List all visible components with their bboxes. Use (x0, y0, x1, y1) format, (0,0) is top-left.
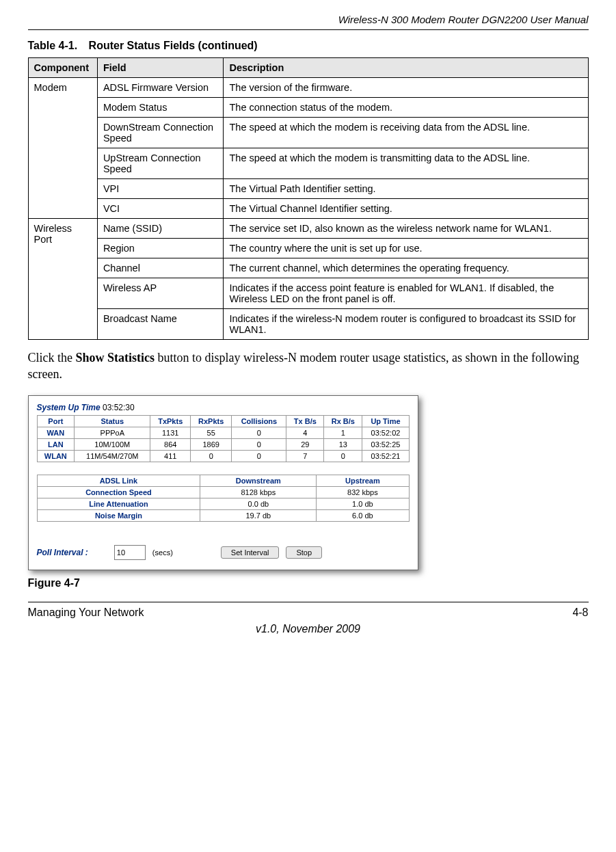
poll-interval-row: Poll Interval : (secs) Set Interval Stop (37, 545, 410, 560)
poll-interval-label: Poll Interval : (37, 548, 88, 557)
footer-version: v1.0, November 2009 (28, 623, 589, 635)
table-number: Table 4-1. (28, 40, 78, 51)
col-component: Component (28, 58, 97, 78)
traffic-table: Port Status TxPkts RxPkts Collisions Tx … (37, 415, 410, 462)
field: UpStream Connection Speed (97, 148, 224, 179)
field: ADSL Firmware Version (97, 78, 224, 98)
table-row: WLAN 11M/54M/270M 411 0 0 7 0 03:52:21 (37, 450, 409, 462)
table-row: Noise Margin 19.7 db 6.0 db (37, 509, 409, 521)
desc: The service set ID, also known as the wi… (224, 219, 588, 239)
h-txpkts: TxPkts (150, 415, 191, 427)
h-port: Port (37, 415, 75, 427)
desc: The connection status of the modem. (224, 98, 588, 118)
h-downstream: Downstream (200, 475, 317, 486)
adsl-link-table: ADSL Link Downstream Upstream Connection… (37, 475, 410, 522)
statistics-panel: System Up Time 03:52:30 Port Status TxPk… (28, 395, 418, 570)
field: Modem Status (97, 98, 224, 118)
poll-interval-secs: (secs) (152, 548, 173, 557)
h-upstream: Upstream (317, 475, 409, 486)
component-wireless-port: Wireless Port (28, 219, 97, 340)
field: Region (97, 239, 224, 258)
table-row: LAN 10M/100M 864 1869 0 29 13 03:52:25 (37, 438, 409, 450)
h-rxpkts: RxPkts (191, 415, 232, 427)
stop-button[interactable]: Stop (286, 546, 322, 559)
h-rxbs: Rx B/s (324, 415, 362, 427)
table-row: Connection Speed 8128 kbps 832 kbps (37, 486, 409, 498)
desc: Indicates if the wireless-N modem router… (224, 309, 588, 340)
h-uptime: Up Time (362, 415, 409, 427)
figure-caption: Figure 4-7 (28, 577, 589, 589)
desc: The speed at which the modem is transmit… (224, 148, 588, 179)
system-up-time: System Up Time 03:52:30 (37, 403, 410, 412)
h-adsl-link: ADSL Link (37, 475, 200, 486)
desc: The current channel, which determines th… (224, 258, 588, 278)
component-modem: Modem (28, 78, 97, 219)
col-field: Field (97, 58, 224, 78)
desc: Indicates if the access point feature is… (224, 278, 588, 309)
h-collisions: Collisions (232, 415, 286, 427)
desc: The Virtual Channel Identifier setting. (224, 199, 588, 219)
poll-interval-input[interactable] (114, 545, 146, 560)
running-header: Wireless-N 300 Modem Router DGN2200 User… (28, 14, 589, 30)
body-paragraph: Click the Show Statistics button to disp… (28, 349, 589, 383)
field: Broadcast Name (97, 309, 224, 340)
field: Name (SSID) (97, 219, 224, 239)
status-fields-table: Component Field Description Modem ADSL F… (28, 57, 589, 340)
desc: The country where the unit is set up for… (224, 239, 588, 258)
desc: The Virtual Path Identifier setting. (224, 179, 588, 199)
col-description: Description (224, 58, 588, 78)
footer-page: 4-8 (572, 607, 588, 619)
table-title: Router Status Fields (continued) (89, 40, 258, 51)
footer: Managing Your Network 4-8 v1.0, November… (28, 602, 589, 635)
field: VPI (97, 179, 224, 199)
table-row: WAN PPPoA 1131 55 0 4 1 03:52:02 (37, 427, 409, 438)
field: Channel (97, 258, 224, 278)
h-txbs: Tx B/s (286, 415, 324, 427)
field: VCI (97, 199, 224, 219)
table-row: Line Attenuation 0.0 db 1.0 db (37, 498, 409, 509)
footer-section: Managing Your Network (28, 607, 144, 619)
field: DownStream Connection Speed (97, 118, 224, 148)
table-caption: Table 4-1. Router Status Fields (continu… (28, 40, 589, 52)
set-interval-button[interactable]: Set Interval (221, 546, 280, 559)
desc: The speed at which the modem is receivin… (224, 118, 588, 148)
field: Wireless AP (97, 278, 224, 309)
desc: The version of the firmware. (224, 78, 588, 98)
h-status: Status (75, 415, 150, 427)
